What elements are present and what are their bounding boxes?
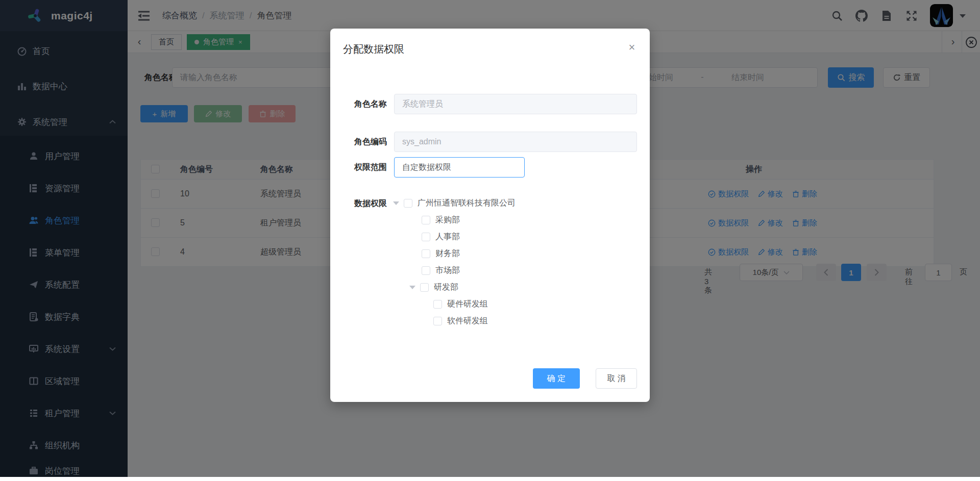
tree-checkbox[interactable] xyxy=(420,283,429,292)
tree-node-group[interactable]: 硬件研发组 xyxy=(330,296,636,313)
scope-select-value: 自定数据权限 xyxy=(402,162,451,173)
tree-node-department[interactable]: 财务部 xyxy=(330,245,636,262)
tree-node-company[interactable]: 广州恒通智联科技有限公司 xyxy=(330,195,636,212)
app-screen: magic4j 首页 数据中心 系统管理 用户管理 资源管理 角色管理 xyxy=(0,0,980,481)
tree-checkbox[interactable] xyxy=(433,317,442,325)
caret-down-icon[interactable] xyxy=(409,286,415,289)
dialog-title: 分配数据权限 xyxy=(343,42,404,56)
role-name-input xyxy=(394,94,637,114)
cancel-button[interactable]: 取 消 xyxy=(596,368,637,389)
tree-node-department[interactable]: 研发部 xyxy=(330,279,636,296)
scope-label: 权限范围 xyxy=(338,162,387,173)
tree-checkbox[interactable] xyxy=(422,233,430,241)
assign-data-permission-dialog: 分配数据权限 × 角色名称 角色编码 权限范围 自定数据权限 数据权限 广州恒通… xyxy=(330,29,650,402)
scope-select[interactable]: 自定数据权限 xyxy=(394,157,525,178)
tree-node-department[interactable]: 市场部 xyxy=(330,262,636,279)
tree-checkbox[interactable] xyxy=(433,300,442,309)
role-code-input xyxy=(394,132,637,152)
role-name-label: 角色名称 xyxy=(338,99,387,110)
caret-down-icon[interactable] xyxy=(393,201,399,205)
confirm-button[interactable]: 确 定 xyxy=(533,368,580,389)
tree-checkbox[interactable] xyxy=(422,216,430,224)
tree-node-department[interactable]: 采购部 xyxy=(330,212,636,229)
tree-checkbox[interactable] xyxy=(422,266,430,275)
page-bottom-strip xyxy=(0,477,980,481)
chevron-down-icon xyxy=(511,166,518,169)
tree-checkbox[interactable] xyxy=(404,199,412,208)
tree-node-group[interactable]: 软件研发组 xyxy=(330,313,636,330)
tree-node-department[interactable]: 人事部 xyxy=(330,229,636,245)
role-code-label: 角色编码 xyxy=(338,137,387,147)
tree-checkbox[interactable] xyxy=(422,249,430,258)
dialog-close-button[interactable]: × xyxy=(625,41,639,55)
